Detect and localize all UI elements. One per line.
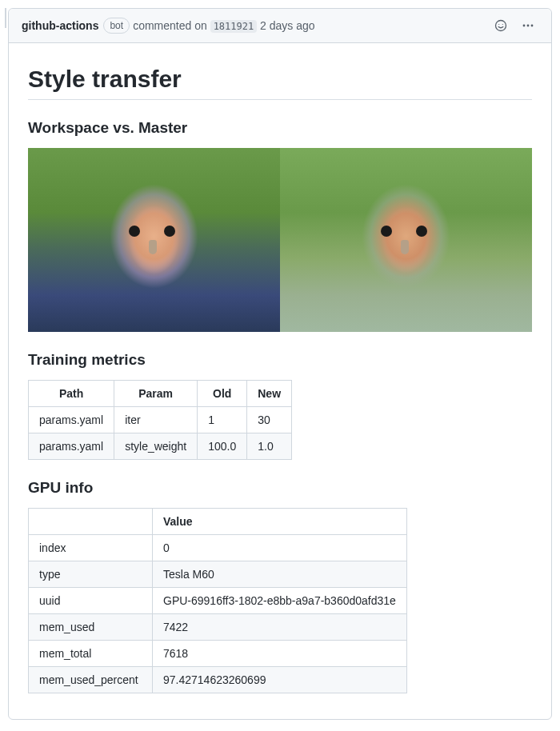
col-path: Path — [29, 381, 114, 407]
svg-point-2 — [502, 24, 503, 25]
cell-path: params.yaml — [29, 407, 114, 433]
cell-old: 1 — [198, 407, 247, 433]
table-row: type Tesla M60 — [29, 561, 407, 588]
gpu-value: 7618 — [153, 641, 407, 667]
cell-new: 30 — [247, 407, 292, 433]
gpu-key: mem_total — [29, 641, 153, 667]
section-gpu-title: GPU info — [28, 479, 532, 497]
gpu-value: 97.42714623260699 — [153, 667, 407, 693]
author-username[interactable]: github-actions — [22, 19, 98, 32]
section-compare-title: Workspace vs. Master — [28, 119, 532, 137]
training-metrics-table: Path Param Old New params.yaml iter 1 30… — [28, 380, 292, 460]
cell-old: 100.0 — [198, 433, 247, 460]
cell-param: iter — [114, 407, 198, 433]
bot-badge: bot — [103, 18, 130, 34]
decorative-beak — [149, 240, 157, 254]
table-row: mem_used_percent 97.42714623260699 — [29, 667, 407, 693]
col-blank — [29, 509, 153, 535]
col-new: New — [247, 381, 292, 407]
comment-body: Style transfer Workspace vs. Master Trai… — [9, 43, 551, 719]
gpu-value: Tesla M60 — [153, 561, 407, 588]
master-image[interactable] — [280, 148, 532, 332]
decorative-eye — [129, 226, 140, 237]
cell-param: style_weight — [114, 433, 198, 460]
kebab-menu-icon[interactable] — [518, 15, 538, 36]
commit-sha-link[interactable]: 1811921 — [210, 20, 258, 33]
gpu-value: 7422 — [153, 614, 407, 641]
decorative-eye — [164, 226, 175, 237]
decorative-eye — [416, 226, 427, 237]
table-header-row: Value — [29, 509, 407, 535]
col-value: Value — [153, 509, 407, 535]
gpu-value: 0 — [153, 535, 407, 561]
table-header-row: Path Param Old New — [29, 381, 292, 407]
comment-card: github-actions bot commented on 1811921 … — [8, 8, 552, 720]
gpu-key: index — [29, 535, 153, 561]
table-row: uuid GPU-69916ff3-1802-e8bb-a9a7-b360d0a… — [29, 588, 407, 614]
gpu-info-table: Value index 0 type Tesla M60 uuid GPU-69… — [28, 508, 407, 693]
comment-author-line: github-actions bot commented on 1811921 … — [22, 18, 315, 34]
svg-point-3 — [523, 25, 526, 27]
table-row: params.yaml style_weight 100.0 1.0 — [29, 433, 292, 460]
svg-point-5 — [531, 25, 534, 27]
cell-new: 1.0 — [247, 433, 292, 460]
table-row: index 0 — [29, 535, 407, 561]
col-old: Old — [198, 381, 247, 407]
svg-point-1 — [498, 24, 499, 25]
svg-point-0 — [496, 21, 506, 31]
col-param: Param — [114, 381, 198, 407]
workspace-image[interactable] — [28, 148, 280, 332]
gpu-key: uuid — [29, 588, 153, 614]
gpu-key: mem_used — [29, 614, 153, 641]
timeline-connector — [5, 8, 6, 28]
cell-path: params.yaml — [29, 433, 114, 460]
decorative-beak — [401, 240, 409, 254]
comment-header: github-actions bot commented on 1811921 … — [9, 9, 551, 43]
gpu-key: type — [29, 561, 153, 588]
table-row: mem_total 7618 — [29, 641, 407, 667]
emoji-reaction-icon[interactable] — [490, 15, 511, 36]
comment-actions — [490, 15, 538, 36]
gpu-value: GPU-69916ff3-1802-e8bb-a9a7-b360d0afd31e — [153, 588, 407, 614]
page-title: Style transfer — [28, 66, 532, 100]
gpu-key: mem_used_percent — [29, 667, 153, 693]
image-comparison-row — [28, 148, 532, 332]
commented-label: commented on 1811921 2 days ago — [133, 19, 314, 32]
commented-prefix: commented on — [133, 19, 207, 32]
section-metrics-title: Training metrics — [28, 351, 532, 369]
svg-point-4 — [527, 25, 530, 27]
table-row: mem_used 7422 — [29, 614, 407, 641]
decorative-eye — [381, 226, 392, 237]
table-row: params.yaml iter 1 30 — [29, 407, 292, 433]
relative-timestamp[interactable]: 2 days ago — [260, 19, 315, 32]
